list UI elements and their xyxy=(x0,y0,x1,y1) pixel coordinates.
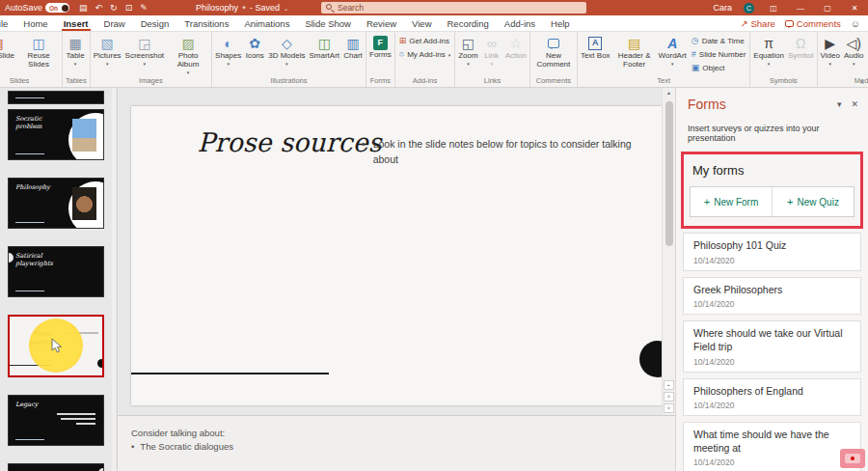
new-comment-icon xyxy=(548,36,559,52)
ribbon-forms-button[interactable]: FForms xyxy=(367,33,393,60)
document-title-area: Philosophy ⌖ - Saved ⌄ xyxy=(196,0,288,15)
slide-thumbnail-6[interactable]: Legacy xyxy=(8,395,104,446)
restore-button[interactable]: ▢ xyxy=(820,4,835,13)
new-quiz-button[interactable]: + New Quiz xyxy=(772,187,854,216)
form-item[interactable]: Greek Philosophers10/14/2020 xyxy=(683,277,861,316)
ribbon-icons-button[interactable]: ✿Icons xyxy=(243,33,266,61)
screen-recorder-indicator[interactable] xyxy=(840,449,865,468)
tab-draw[interactable]: Draw xyxy=(96,15,133,31)
tab-help[interactable]: Help xyxy=(543,15,578,31)
panel-close-icon[interactable]: ✕ xyxy=(851,99,858,109)
tab-transitions[interactable]: Transitions xyxy=(176,15,236,31)
tab-recording[interactable]: Recording xyxy=(440,15,497,31)
ribbon-3d-models-button[interactable]: ◇3D Models▾ xyxy=(266,33,307,67)
ribbon-get-add-ins-button[interactable]: ⊞Get Add-ins xyxy=(399,36,451,45)
form-item[interactable]: Philosophers of England10/14/2020 xyxy=(683,378,861,417)
tab-view[interactable]: View xyxy=(404,15,439,31)
scroll-up-icon[interactable]: ▴ xyxy=(663,89,675,96)
tab-home[interactable]: Home xyxy=(15,15,55,31)
thumbnail-title: Socratic problem xyxy=(9,110,57,131)
form-item[interactable]: Philosophy 101 Quiz10/14/2020 xyxy=(683,233,861,271)
signature-icon[interactable]: ✎ xyxy=(140,3,148,13)
tab-file[interactable]: File xyxy=(0,15,15,31)
previous-slide-button[interactable]: ˄ xyxy=(664,392,674,402)
form-item[interactable]: Where should we take our Virtual Field t… xyxy=(683,320,861,372)
scrollbar-thumb[interactable] xyxy=(665,101,673,246)
autosave-control[interactable]: AutoSave On xyxy=(0,3,69,13)
slide-thumbnail-3[interactable]: Philosophy xyxy=(8,178,104,229)
ribbon-photo-album-button[interactable]: ▨Photo Album▾ xyxy=(166,33,210,75)
ribbon-chart-button[interactable]: ▥Chart xyxy=(341,33,365,61)
ribbon-text-box-button[interactable]: AText Box xyxy=(579,33,612,61)
scroll-handle-button[interactable]: ▪ xyxy=(664,380,674,390)
tab-add-ins[interactable]: Add-ins xyxy=(497,15,543,31)
saved-status[interactable]: - Saved xyxy=(250,3,280,13)
dropdown-caret-icon: ▾ xyxy=(490,62,493,68)
tab-insert[interactable]: Insert xyxy=(56,15,96,31)
comments-button[interactable]: Comments xyxy=(785,18,841,29)
ribbon-video-button[interactable]: ▶Video▾ xyxy=(819,33,842,67)
ribbon-my-add-ins-button[interactable]: ○My Add-ins▾ xyxy=(399,49,451,59)
ribbon-group-comments: New CommentComments xyxy=(530,32,578,87)
ribbon-equation-button[interactable]: πEquation▾ xyxy=(751,33,786,67)
ribbon-slide-number-button[interactable]: #Slide Number xyxy=(692,49,746,59)
ribbon-wordart-button[interactable]: AWordArt▾ xyxy=(657,33,689,67)
notes-pane[interactable]: Consider talking about: • The Socratic d… xyxy=(118,415,675,471)
next-slide-button[interactable]: ˅ xyxy=(664,403,674,413)
slide-thumbnail-2[interactable]: Socratic problem xyxy=(8,109,104,160)
ribbon-link-button[interactable]: ∞Link▾ xyxy=(480,33,503,67)
ribbon-pictures-button[interactable]: ▧Pictures▾ xyxy=(92,33,123,67)
zoom-icon: ◱ xyxy=(462,36,475,52)
ribbon-reuse-slides-button[interactable]: ◫Reuse Slides xyxy=(16,33,61,69)
slide-thumbnail-4[interactable]: Satirical playwrights xyxy=(8,246,104,297)
ribbon-group-tables: ▦Table▾Tables xyxy=(63,32,91,87)
ribbon-shapes-button[interactable]: ◐Shapes▾ xyxy=(213,33,243,67)
ribbon-date-time-button[interactable]: ◷Date & Time xyxy=(692,36,746,45)
autosave-toggle[interactable]: On xyxy=(45,3,69,13)
tab-review[interactable]: Review xyxy=(359,15,404,31)
ribbon-new-slide-button[interactable]: ▤New Slide▾ xyxy=(0,33,16,67)
ribbon-new-comment-button[interactable]: New Comment xyxy=(531,33,576,69)
slide-thumbnail-7[interactable]: sources xyxy=(8,463,104,471)
slide-title-textbox[interactable]: Prose sources xyxy=(193,127,386,157)
tab-animations[interactable]: Animations xyxy=(236,15,297,31)
close-button[interactable]: ✕ xyxy=(847,4,862,13)
avatar[interactable]: C xyxy=(744,3,754,14)
slide-thumbnail-5[interactable]: Prose sources xyxy=(8,315,104,377)
feedback-smiley-icon[interactable]: ☺ xyxy=(851,18,860,29)
new-form-button[interactable]: + New Form xyxy=(691,187,772,216)
panel-menu-icon[interactable]: ▾ xyxy=(837,99,842,109)
search-input[interactable] xyxy=(321,2,586,14)
tab-design[interactable]: Design xyxy=(133,15,177,31)
slide-body-textbox[interactable]: • Look in the slide notes below for topi… xyxy=(362,137,641,168)
ribbon-audio-button[interactable]: ◁)Audio▾ xyxy=(842,33,865,67)
ribbon-object-button[interactable]: ▣Object xyxy=(692,63,746,72)
ribbon-smartart-button[interactable]: ◫SmartArt xyxy=(307,33,341,61)
tab-slide-show[interactable]: Slide Show xyxy=(297,15,359,31)
ribbon-action-button[interactable]: ☆Action xyxy=(503,33,529,61)
ribbon-symbol-button[interactable]: ΩSymbol xyxy=(786,33,816,61)
chart-icon: ▥ xyxy=(346,36,359,52)
collapse-ribbon-icon[interactable]: ˄ xyxy=(860,79,864,86)
ribbon-table-button[interactable]: ▦Table▾ xyxy=(64,33,87,67)
ribbon-header-footer-button[interactable]: ▤Header & Footer xyxy=(612,33,657,69)
ribbon-group-buttons: ⊞Get Add-ins○My Add-ins▾ xyxy=(396,33,454,76)
vertical-scrollbar[interactable]: ▴ ▪ ˄ ˅ xyxy=(662,88,675,415)
ribbon-screenshot-button[interactable]: ◲Screenshot▾ xyxy=(123,33,166,67)
minimize-button[interactable]: — xyxy=(793,4,808,13)
slide-thumbnail-1[interactable] xyxy=(8,91,104,104)
notes-bullet-text: The Socratic dialogues xyxy=(140,440,233,454)
thumbnail-title: sources xyxy=(9,464,103,471)
slide-canvas[interactable]: Prose sources • Look in the slide notes … xyxy=(131,106,662,405)
ribbon-display-options-icon[interactable]: ◫ xyxy=(766,4,781,13)
undo-icon[interactable]: ↶ xyxy=(95,3,103,13)
present-icon[interactable]: ⊡ xyxy=(125,3,133,13)
share-button[interactable]: ↗ Share xyxy=(741,18,775,29)
user-name[interactable]: Cara xyxy=(713,3,732,13)
ribbon-zoom-button[interactable]: ◱Zoom▾ xyxy=(456,33,479,67)
my-forms-heading: My forms xyxy=(692,163,854,178)
save-icon[interactable]: ▤ xyxy=(79,3,88,13)
form-item[interactable]: What time should we have the meeting at1… xyxy=(683,422,861,471)
thumbnail-scrollbar[interactable] xyxy=(112,88,116,471)
redo-icon[interactable]: ↻ xyxy=(110,3,118,13)
